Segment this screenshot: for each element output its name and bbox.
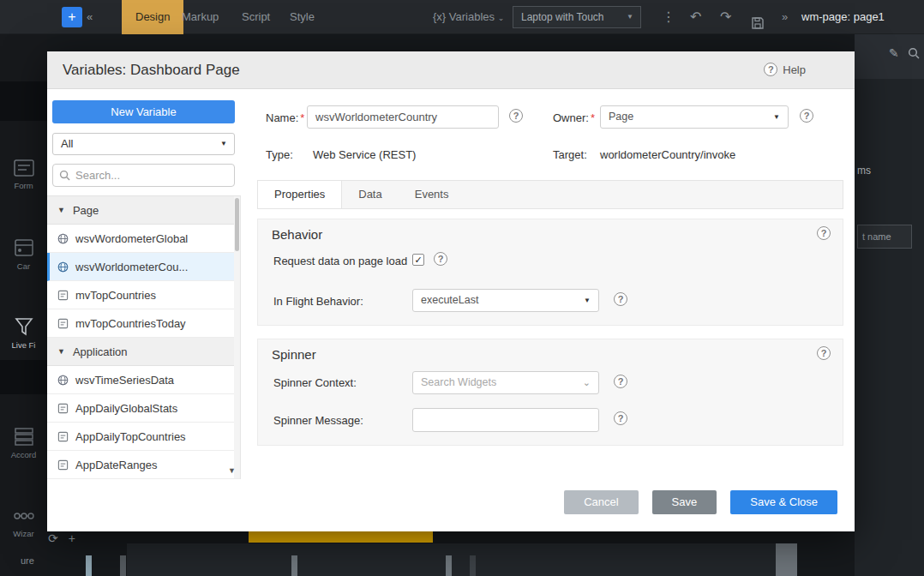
- widget-name-input[interactable]: t name: [857, 225, 912, 249]
- name-help-icon[interactable]: ?: [509, 109, 523, 123]
- variable-filter-select[interactable]: All ▼: [52, 133, 235, 155]
- model-variable-icon: [57, 431, 69, 442]
- spinner-context-combobox[interactable]: Search Widgets ⌄: [412, 371, 599, 394]
- variable-item[interactable]: wsvWordometerGlobal: [47, 225, 240, 253]
- behavior-help-icon[interactable]: ?: [817, 226, 831, 240]
- variable-label: AppDailyTopCountries: [75, 430, 186, 443]
- partial-panel-label: ms: [857, 165, 871, 177]
- variable-label: AppDateRanges: [75, 459, 157, 471]
- variable-item[interactable]: mvTopCountriesToday: [47, 309, 240, 338]
- spinner-message-help-icon[interactable]: ?: [614, 411, 627, 425]
- type-value: Web Service (REST): [313, 148, 416, 161]
- wizard-icon: [13, 507, 35, 525]
- palette-item-label: Live Fi: [12, 340, 36, 350]
- palette-item-cards[interactable]: Car: [0, 238, 47, 271]
- variable-item[interactable]: AppDailyGlobalStats: [47, 394, 240, 423]
- variables-icon: {x}: [433, 10, 446, 23]
- tab-design[interactable]: Design: [122, 0, 183, 34]
- chevron-down-icon: ▼: [57, 206, 65, 214]
- name-input[interactable]: [307, 105, 499, 129]
- owner-help-icon[interactable]: ?: [800, 109, 813, 123]
- help-link[interactable]: ? Help: [764, 63, 806, 76]
- request-data-help-icon[interactable]: ?: [434, 252, 447, 266]
- new-variable-button[interactable]: New Variable: [52, 100, 235, 123]
- behavior-section: Behavior ? Request data on page load ✓ ?…: [257, 219, 843, 326]
- filter-icon: [14, 317, 34, 336]
- owner-select[interactable]: Page ▼: [600, 105, 789, 129]
- variable-item[interactable]: wsvTimeSeriesData: [47, 366, 240, 394]
- dialog-header: Variables: Dashboard Page ? Help: [47, 51, 855, 89]
- cancel-button[interactable]: Cancel: [564, 490, 638, 514]
- expand-right-icon[interactable]: »: [782, 0, 788, 34]
- scrollbar-thumb[interactable]: [235, 198, 239, 251]
- undo-icon[interactable]: ↶: [690, 0, 701, 34]
- variables-menu[interactable]: {x} Variables ⌄: [433, 0, 504, 34]
- help-icon: ?: [764, 63, 777, 76]
- tab-script[interactable]: Script: [242, 0, 270, 34]
- variable-group-page[interactable]: ▼ Page: [47, 196, 240, 225]
- variable-item-selected[interactable]: wsvWorldometerCou...: [47, 253, 240, 281]
- canvas-fragment: [470, 555, 476, 576]
- spinner-message-label: Spinner Message:: [273, 414, 363, 427]
- palette-item-label: Car: [17, 261, 30, 271]
- chevron-down-icon: ▼: [627, 7, 633, 27]
- structure-label: ure: [21, 555, 34, 566]
- add-page-button[interactable]: +: [62, 7, 82, 27]
- dialog-footer: Cancel Save Save & Close: [564, 490, 837, 514]
- variable-item[interactable]: AppDailyTopCountries: [47, 423, 240, 451]
- spinner-context-placeholder: Search Widgets: [421, 376, 496, 388]
- top-toolbar: + « Design Markup Script Style {x} Varia…: [0, 0, 924, 34]
- filter-value: All: [61, 137, 73, 150]
- spinner-help-icon[interactable]: ?: [817, 346, 831, 360]
- variable-label: wsvWordometerGlobal: [75, 232, 188, 245]
- globe-icon: [57, 261, 69, 273]
- variable-item[interactable]: AppDateRanges: [47, 451, 240, 479]
- canvas-highlight-bar: [249, 531, 433, 543]
- model-variable-icon: [57, 403, 69, 414]
- tree-scrollbar[interactable]: [234, 196, 240, 478]
- kebab-menu-icon[interactable]: ⋮: [662, 0, 675, 34]
- variable-group-application[interactable]: ▼ Application: [47, 338, 240, 366]
- add-icon[interactable]: +: [69, 531, 75, 545]
- canvas-fragment: [291, 555, 297, 576]
- request-data-checkbox[interactable]: ✓: [412, 254, 424, 266]
- type-label: Type:: [266, 148, 293, 161]
- refresh-icon[interactable]: ⟳: [48, 531, 58, 545]
- chevron-down-icon: ▼: [220, 134, 227, 154]
- variable-item[interactable]: mvTopCountries: [47, 281, 240, 309]
- inflight-select[interactable]: executeLast ▼: [412, 289, 599, 312]
- search-input[interactable]: [75, 165, 230, 185]
- palette-item-live-filter[interactable]: Live Fi: [0, 317, 47, 350]
- card-icon: [14, 238, 34, 257]
- palette-item-wizard[interactable]: Wizar: [0, 507, 47, 538]
- inflight-select-value: executeLast: [421, 294, 478, 306]
- redo-icon[interactable]: ↷: [720, 0, 731, 34]
- canvas-fragment: [776, 543, 797, 576]
- edit-icon[interactable]: ✎: [889, 46, 899, 60]
- tab-properties[interactable]: Properties: [258, 181, 342, 208]
- save-close-button[interactable]: Save & Close: [730, 490, 837, 514]
- spinner-message-input[interactable]: [412, 408, 599, 432]
- tab-data[interactable]: Data: [342, 181, 398, 208]
- collapse-left-icon[interactable]: «: [87, 0, 93, 34]
- widget-palette-rail: Form Car Live Fi Accord Wizar: [0, 34, 47, 576]
- search-icon[interactable]: [908, 47, 920, 59]
- required-asterisk: *: [591, 111, 595, 124]
- inflight-help-icon[interactable]: ?: [614, 292, 627, 306]
- device-select[interactable]: Laptop with Touch ▼: [513, 6, 641, 28]
- scroll-down-icon[interactable]: ▼: [228, 466, 236, 475]
- chevron-down-icon: ▼: [773, 106, 780, 128]
- canvas-fragment: [86, 555, 92, 576]
- spinner-context-help-icon[interactable]: ?: [614, 375, 627, 388]
- form-icon: [14, 159, 34, 177]
- palette-item-accordion[interactable]: Accord: [0, 427, 47, 459]
- tab-markup[interactable]: Markup: [182, 0, 219, 34]
- chevron-down-icon: ▼: [584, 290, 591, 311]
- save-file-icon[interactable]: [751, 9, 765, 25]
- tab-events[interactable]: Events: [399, 181, 465, 208]
- palette-item-form[interactable]: Form: [0, 159, 47, 190]
- palette-item-label: Accord: [11, 450, 37, 459]
- tab-style[interactable]: Style: [290, 0, 315, 34]
- save-button[interactable]: Save: [652, 490, 717, 514]
- chevron-down-icon: ⌄: [583, 372, 591, 393]
